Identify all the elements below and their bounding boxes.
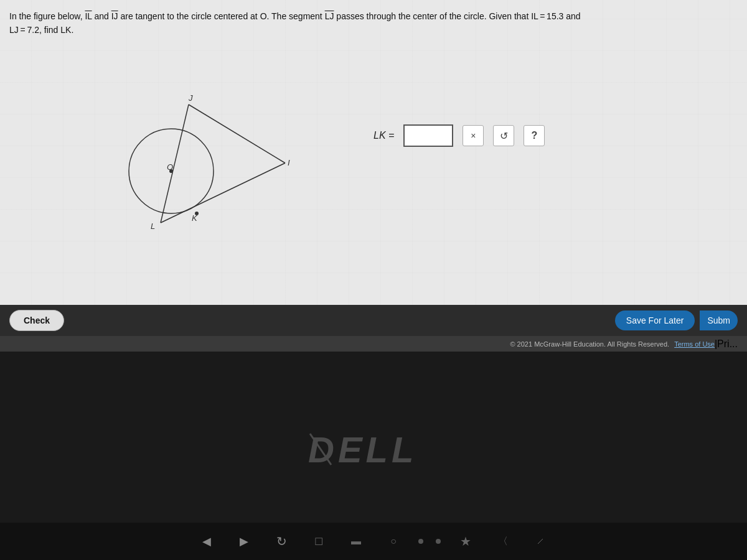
segment-IL: IL xyxy=(85,11,92,21)
copyright-text: © 2021 McGraw-Hill Education. All Rights… xyxy=(510,340,669,348)
bottom-action-bar: Check Save For Later Subm xyxy=(0,305,747,336)
taskbar-dot2 xyxy=(436,539,441,544)
svg-line-1 xyxy=(161,163,285,223)
question-text: In the figure below, IL and IJ are tange… xyxy=(9,9,738,37)
svg-point-10 xyxy=(195,212,199,215)
taskbar: ◀ ▶ ↻ ☐ ▬ ○ ★ 〈 ⟋ xyxy=(0,523,747,560)
taskbar-mic-icon[interactable]: ○ xyxy=(381,529,406,554)
save-for-later-button[interactable]: Save For Later xyxy=(615,310,695,330)
taskbar-back-icon[interactable]: ◀ xyxy=(194,529,219,554)
dell-logo-area: DELL xyxy=(0,373,747,523)
privacy-link[interactable]: Pri... xyxy=(717,338,738,350)
taskbar-camera-icon[interactable]: ▬ xyxy=(344,529,369,554)
undo-button[interactable]: ↺ xyxy=(493,125,514,146)
taskbar-refresh-icon[interactable]: ↻ xyxy=(269,529,294,554)
app-window: In the figure below, IL and IJ are tange… xyxy=(0,0,747,560)
taskbar-end-icon[interactable]: 〈 xyxy=(491,529,515,554)
taskbar-forward-icon[interactable]: ▶ xyxy=(232,529,256,554)
lk-equation-label: LK = xyxy=(374,130,394,141)
check-button[interactable]: Check xyxy=(9,310,64,331)
taskbar-last-icon[interactable]: ⟋ xyxy=(528,529,553,554)
clear-button[interactable]: × xyxy=(463,125,484,146)
svg-text:I: I xyxy=(288,158,290,167)
help-button[interactable]: ? xyxy=(524,125,545,146)
question-panel: In the figure below, IL and IJ are tange… xyxy=(0,0,747,336)
svg-line-2 xyxy=(161,105,189,223)
lk-answer-input[interactable] xyxy=(403,124,453,147)
taskbar-dot1 xyxy=(418,539,423,544)
submit-button[interactable]: Subm xyxy=(700,310,738,330)
dell-brand-logo: DELL xyxy=(305,426,442,470)
segment-LJ: LJ xyxy=(325,11,334,21)
terms-of-use-link[interactable]: Terms of Use xyxy=(674,340,715,348)
svg-line-3 xyxy=(189,105,285,163)
segment-IJ: IJ xyxy=(111,11,118,21)
svg-text:J: J xyxy=(188,93,193,103)
copyright-bar: © 2021 McGraw-Hill Education. All Rights… xyxy=(0,336,747,352)
geometry-diagram: O J I L K xyxy=(75,56,299,249)
answer-area: LK = × ↺ ? xyxy=(374,124,545,147)
taskbar-windows-icon[interactable]: ☐ xyxy=(306,529,331,554)
svg-text:L: L xyxy=(151,222,155,231)
right-action-buttons: Save For Later Subm xyxy=(615,310,738,330)
taskbar-more-icon[interactable]: ★ xyxy=(453,529,478,554)
svg-text:DELL: DELL xyxy=(308,429,417,470)
svg-text:O: O xyxy=(167,162,173,172)
